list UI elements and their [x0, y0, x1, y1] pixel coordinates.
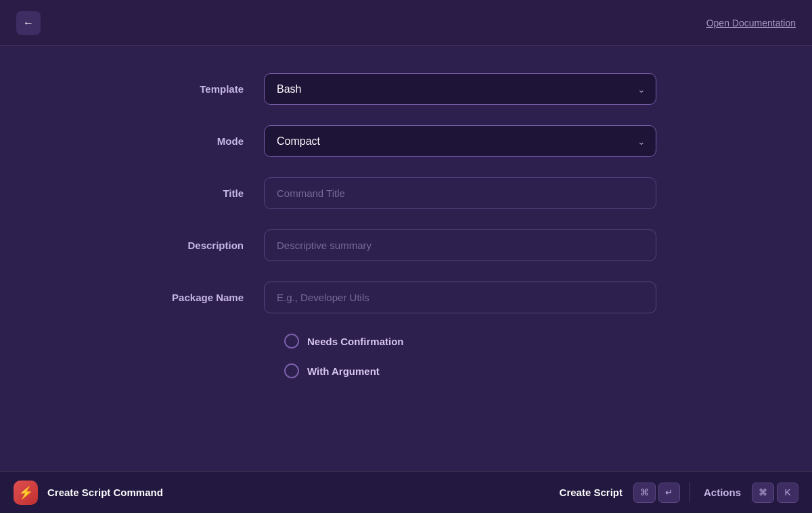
template-field: Bash Python Ruby Node.js AppleScript ⌄ — [264, 73, 656, 105]
app-icon: ⚡ — [14, 481, 38, 505]
package-name-row: Package Name — [156, 282, 656, 313]
actions-k-key: K — [777, 483, 798, 503]
template-label: Template — [156, 83, 264, 95]
mode-select-wrapper: Compact Full Minimal ⌄ — [264, 125, 656, 157]
package-name-field — [264, 282, 656, 313]
title-field — [264, 177, 656, 209]
create-script-button[interactable]: Create Script — [556, 487, 627, 498]
description-field — [264, 229, 656, 261]
title-label: Title — [156, 187, 264, 199]
needs-confirmation-row: Needs Confirmation — [156, 334, 656, 349]
mode-row: Mode Compact Full Minimal ⌄ — [156, 125, 656, 157]
open-documentation-link[interactable]: Open Documentation — [706, 18, 796, 28]
title-row: Title — [156, 177, 656, 209]
back-button[interactable]: ← — [16, 11, 41, 35]
enter-key: ↵ — [658, 483, 680, 503]
actions-cmd-key: ⌘ — [752, 483, 774, 503]
footer: ⚡ Create Script Command Create Script ⌘ … — [0, 471, 812, 513]
mode-field: Compact Full Minimal ⌄ — [264, 125, 656, 157]
main-content: Template Bash Python Ruby Node.js AppleS… — [0, 46, 812, 420]
description-row: Description — [156, 229, 656, 261]
with-argument-checkbox[interactable] — [284, 363, 299, 378]
description-input[interactable] — [264, 229, 656, 261]
actions-kbd-group: ⌘ K — [752, 483, 798, 503]
mode-label: Mode — [156, 135, 264, 147]
package-name-input[interactable] — [264, 282, 656, 313]
create-script-kbd-group: ⌘ ↵ — [633, 483, 680, 503]
needs-confirmation-label: Needs Confirmation — [307, 336, 404, 347]
needs-confirmation-checkbox[interactable] — [284, 334, 299, 349]
template-select[interactable]: Bash Python Ruby Node.js AppleScript — [264, 73, 656, 105]
title-input[interactable] — [264, 177, 656, 209]
template-row: Template Bash Python Ruby Node.js AppleS… — [156, 73, 656, 105]
with-argument-wrapper[interactable]: With Argument — [284, 363, 380, 378]
footer-divider — [690, 483, 690, 503]
footer-left: ⚡ Create Script Command — [14, 481, 163, 505]
cmd-key: ⌘ — [633, 483, 656, 503]
template-select-wrapper: Bash Python Ruby Node.js AppleScript ⌄ — [264, 73, 656, 105]
footer-title: Create Script Command — [47, 487, 163, 498]
back-icon: ← — [23, 17, 34, 29]
app-icon-symbol: ⚡ — [18, 485, 33, 500]
description-label: Description — [156, 240, 264, 251]
header: ← Open Documentation — [0, 0, 812, 46]
with-argument-row: With Argument — [156, 363, 656, 378]
needs-confirmation-wrapper[interactable]: Needs Confirmation — [284, 334, 404, 349]
form-container: Template Bash Python Ruby Node.js AppleS… — [102, 73, 710, 393]
footer-right: Create Script ⌘ ↵ Actions ⌘ K — [556, 483, 798, 503]
actions-button[interactable]: Actions — [700, 487, 745, 498]
package-name-label: Package Name — [156, 292, 264, 303]
mode-select[interactable]: Compact Full Minimal — [264, 125, 656, 157]
with-argument-label: With Argument — [307, 365, 380, 377]
